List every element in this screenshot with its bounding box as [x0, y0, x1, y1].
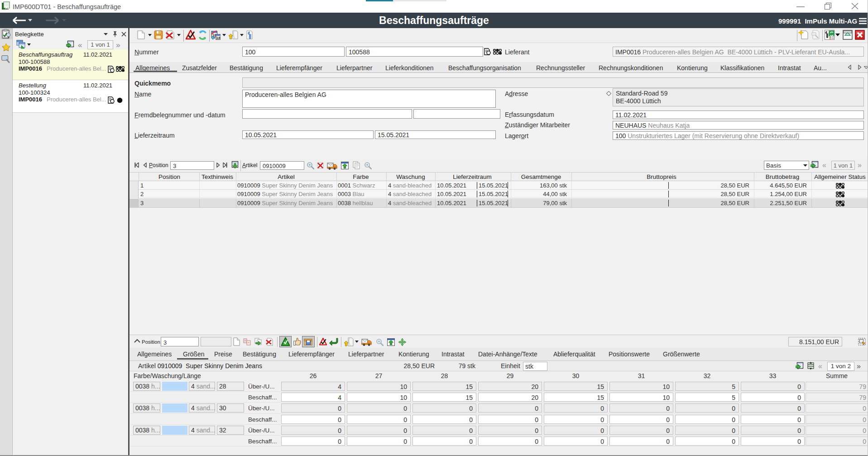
- svg-text:18: 18: [216, 36, 221, 40]
- svg-text:XLS: XLS: [5, 5, 10, 10]
